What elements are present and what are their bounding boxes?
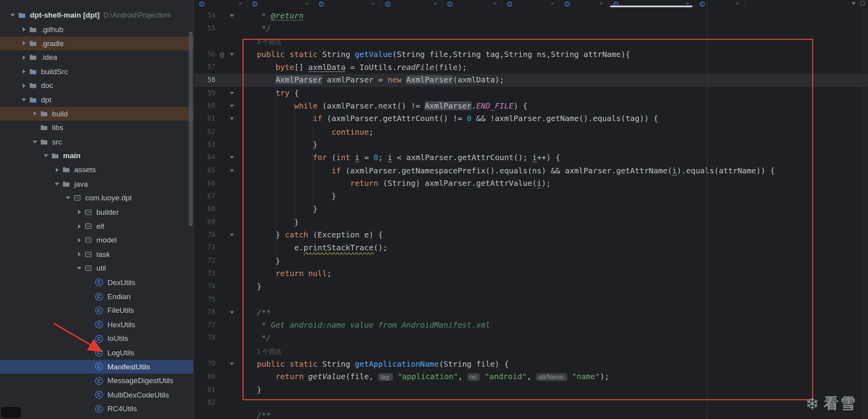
chevron-right-icon[interactable] — [74, 208, 84, 217]
tree-item-dpt-shell-main-dpt-[interactable]: dpt-shell-main [dpt]D:\Android\Projectio… — [0, 8, 193, 22]
chevron-down-icon[interactable] — [41, 152, 51, 160]
split-editor-icon[interactable] — [860, 1, 864, 5]
chevron-down-icon[interactable] — [74, 264, 84, 273]
code-line[interactable]: 72 } — [194, 255, 868, 267]
chevron-right-icon[interactable] — [30, 109, 40, 118]
tree-item-rc4utils[interactable]: CRC4Utils — [0, 402, 193, 416]
usages-inlay-hint[interactable]: 1 个用法 — [257, 348, 282, 355]
tree-item-hexutils[interactable]: CHexUtils — [0, 317, 193, 332]
fold-chevron-icon[interactable] — [230, 92, 234, 94]
code-line[interactable]: 81} — [194, 383, 868, 396]
tree-item-main[interactable]: main — [0, 149, 193, 163]
tree-item-build[interactable]: build — [0, 107, 193, 121]
tree-item-dpt[interactable]: dpt — [0, 93, 193, 107]
chevron-right-icon[interactable] — [19, 25, 29, 34]
tree-item-messagedigestutils[interactable]: CMessageDigestUtils — [0, 374, 193, 388]
fold-chevron-icon[interactable] — [230, 156, 234, 159]
fold-chevron-icon[interactable] — [230, 14, 234, 17]
tree-item-doc[interactable]: doc — [0, 78, 193, 93]
chevron-right-icon[interactable] — [74, 222, 84, 231]
chevron-down-icon[interactable] — [30, 137, 40, 146]
code-line[interactable]: 67 } — [194, 190, 868, 203]
editor-tab[interactable]: C× — [560, 0, 608, 8]
tree-item-fileutils[interactable]: CFileUtils — [0, 303, 193, 317]
code-line[interactable]: 66 return (String) axmlParser.getAttrVal… — [194, 177, 868, 190]
chevron-down-icon[interactable] — [52, 180, 62, 189]
code-line[interactable]: 75 — [194, 293, 868, 306]
code-line[interactable]: 57 byte[] axmlData = IoUtils.readFile(fi… — [194, 61, 868, 74]
code-line[interactable]: 82 — [194, 396, 868, 409]
code-line[interactable]: /** — [194, 409, 868, 419]
code-line[interactable]: 78 */ — [194, 332, 868, 345]
chevron-right-icon[interactable] — [74, 236, 84, 245]
code-line[interactable]: 60 while (axmlParser.next() != AxmlParse… — [194, 100, 868, 112]
tab-close-icon[interactable]: × — [493, 1, 496, 7]
code-line[interactable]: 62 continue; — [194, 125, 868, 138]
tree-item-model[interactable]: model — [0, 233, 193, 247]
fold-chevron-icon[interactable] — [230, 105, 234, 107]
tab-close-icon[interactable]: × — [551, 1, 554, 7]
tree-item-src[interactable]: src — [0, 135, 193, 149]
tab-close-icon[interactable]: × — [686, 1, 689, 7]
code-line[interactable]: 79public static String getApplicationNam… — [194, 358, 868, 371]
fold-chevron-icon[interactable] — [230, 118, 234, 120]
tab-list-dropdown-icon[interactable] — [851, 2, 856, 5]
fold-chevron-icon[interactable] — [230, 169, 234, 172]
editor-tab-active[interactable]: C× — [608, 0, 695, 8]
inlay-hint-line[interactable]: 1 个用法 — [194, 345, 868, 358]
code-line[interactable]: 64 for (int i = 0; i < axmlParser.getAtt… — [194, 151, 868, 164]
code-line[interactable]: 56@public static String getValue(String … — [194, 48, 868, 61]
tree-item-com-luoye-dpt[interactable]: com.luoye.dpt — [0, 191, 193, 205]
code-line[interactable]: 55 */ — [194, 22, 868, 35]
code-line[interactable]: 77 * Get android:name value from Android… — [194, 319, 868, 332]
chevron-right-icon[interactable] — [19, 81, 29, 90]
tab-close-icon[interactable]: × — [239, 1, 242, 7]
tree-item-dexutils[interactable]: CDexUtils — [0, 275, 193, 289]
tree-item--idea[interactable]: .idea — [0, 50, 193, 64]
editor-tab[interactable]: C× — [442, 0, 502, 8]
fold-chevron-icon[interactable] — [230, 311, 234, 314]
code-area[interactable]: 54 * @return55 */3 个用法56@public static S… — [194, 9, 868, 419]
editor-tab[interactable]: C× — [248, 0, 314, 8]
code-line[interactable]: 59 try { — [194, 87, 868, 100]
tree-item-logutils[interactable]: CLogUtils — [0, 346, 193, 360]
tab-close-icon[interactable]: × — [305, 1, 308, 7]
code-line[interactable]: 70 } catch (Exception e) { — [194, 229, 868, 242]
code-line[interactable]: 65 if (axmlParser.getNamespacePrefix().e… — [194, 164, 868, 177]
chevron-down-icon[interactable] — [19, 95, 29, 104]
code-line[interactable]: 68 } — [194, 203, 868, 216]
tab-close-icon[interactable]: × — [736, 1, 739, 7]
tree-item-util[interactable]: util — [0, 261, 193, 275]
tree-item-task[interactable]: task — [0, 247, 193, 261]
code-line[interactable]: 69 } — [194, 216, 868, 229]
code-line[interactable]: 58 AxmlParser axmlParser = new AxmlParse… — [194, 74, 868, 87]
chevron-down-icon[interactable] — [8, 11, 18, 20]
inlay-hint-line[interactable]: 3 个用法 — [194, 35, 868, 48]
tree-item-elf[interactable]: elf — [0, 219, 193, 233]
tree-item-manifestutils[interactable]: CManifestUtils — [0, 360, 193, 374]
tree-item-ioutils[interactable]: CIoUtils — [0, 332, 193, 346]
tree-item--gradle[interactable]: .gradle — [0, 36, 193, 50]
fold-chevron-icon[interactable] — [230, 53, 234, 56]
tree-item-multidexcodeutils[interactable]: CMultiDexCodeUtils — [0, 388, 193, 402]
chevron-right-icon[interactable] — [19, 39, 29, 48]
tree-item--github[interactable]: .github — [0, 22, 193, 36]
chevron-down-icon[interactable] — [63, 194, 73, 203]
code-line[interactable]: 71 e.printStackTrace(); — [194, 242, 868, 255]
code-line[interactable]: 80 return getValue(file, tag: "applicati… — [194, 371, 868, 383]
editor-tab[interactable]: C× — [695, 0, 745, 8]
code-line[interactable]: 63 } — [194, 138, 868, 151]
chevron-right-icon[interactable] — [74, 250, 84, 259]
annotation-gutter-icon[interactable]: @ — [220, 48, 224, 61]
code-line[interactable]: 61 if (axmlParser.getAttrCount() != 0 &&… — [194, 112, 868, 125]
editor-tab[interactable]: C× — [194, 0, 248, 8]
chevron-right-icon[interactable] — [52, 166, 62, 175]
tree-item-endian[interactable]: CEndian — [0, 289, 193, 303]
tab-close-icon[interactable]: × — [433, 1, 437, 7]
code-line[interactable]: 74} — [194, 280, 868, 293]
project-panel-scrollbar[interactable] — [189, 32, 192, 226]
tree-item-builder[interactable]: builder — [0, 205, 193, 219]
usages-inlay-hint[interactable]: 3 个用法 — [257, 39, 282, 45]
tab-close-icon[interactable]: × — [372, 1, 375, 7]
code-line[interactable]: 76/** — [194, 306, 868, 319]
